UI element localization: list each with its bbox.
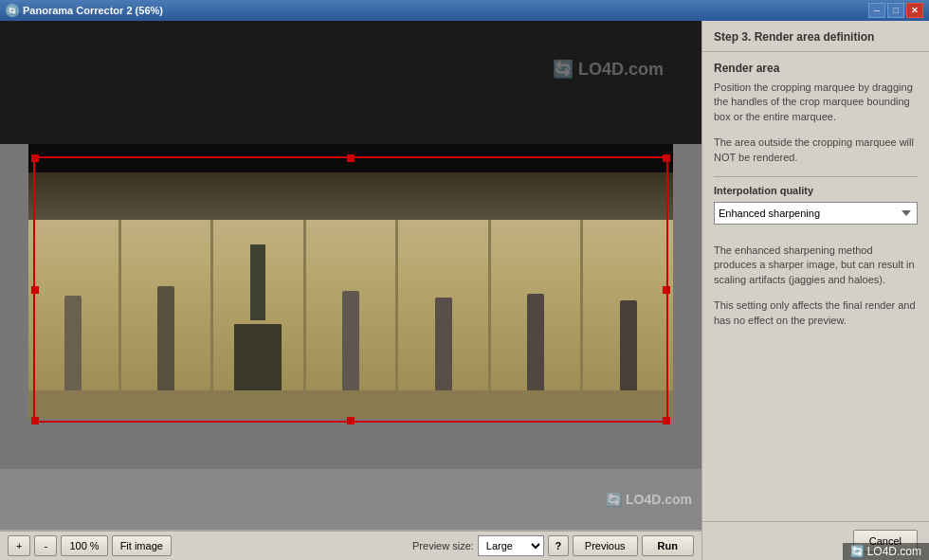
minimize-button[interactable]: ─ [868,3,885,18]
window-title: Panorama Corrector 2 (56%) [23,5,163,16]
app-icon: 🔄 [6,4,19,17]
watermark-text: LO4D.com [867,545,921,558]
zoom-out-button[interactable]: - [34,535,57,556]
title-bar: 🔄 Panorama Corrector 2 (56%) ─ □ ✕ [0,0,929,21]
render-area-title: Render area [714,62,918,75]
render-area-desc2: The area outside the cropping marquee wi… [714,135,918,165]
close-button[interactable]: ✕ [906,3,923,18]
preview-size-select[interactable]: Small Medium Large Full [478,535,544,556]
step-header: Step 3. Render area definition [702,21,929,52]
preview-size-label: Preview size: [412,540,474,551]
maximize-button[interactable]: □ [887,3,904,18]
divider [714,176,918,177]
interpolation-label: Interpolation quality [714,185,918,196]
previous-button[interactable]: Previous [573,535,638,556]
main-container: 🔄 LO4D.com 🔄 LO4D.com [0,21,929,560]
zoom-in-button[interactable]: + [8,535,30,556]
interpolation-select[interactable]: Normal Enhanced sharpening High quality [714,202,918,225]
canvas-area: 🔄 LO4D.com 🔄 LO4D.com [0,21,701,560]
panorama-image [28,144,673,419]
bottom-toolbar: + - 100 % Fit image Preview size: Small … [0,530,701,560]
fit-image-button[interactable]: Fit image [112,535,172,556]
canvas-inner[interactable]: 🔄 LO4D.com 🔄 LO4D.com [0,21,701,560]
interpolation-desc1: The enhanced sharpening method produces … [714,244,918,287]
watermark-icon: 🔄 [850,545,865,558]
top-dark [0,21,701,144]
run-button[interactable]: Run [642,535,694,556]
zoom-level-button[interactable]: 100 % [61,535,107,556]
interpolation-desc2: This setting only affects the final rend… [714,298,918,328]
right-panel: Step 3. Render area definition Render ar… [701,21,929,560]
window-controls[interactable]: ─ □ ✕ [868,3,923,18]
canvas-bg: 🔄 LO4D.com 🔄 LO4D.com [0,21,701,545]
right-content: Render area Position the cropping marque… [702,52,929,521]
lo4d-watermark: 🔄 LO4D.com [843,543,929,560]
render-area-desc1: Position the cropping marquee by draggin… [714,81,918,124]
help-button[interactable]: ? [548,535,569,556]
title-bar-left: 🔄 Panorama Corrector 2 (56%) [6,4,163,17]
